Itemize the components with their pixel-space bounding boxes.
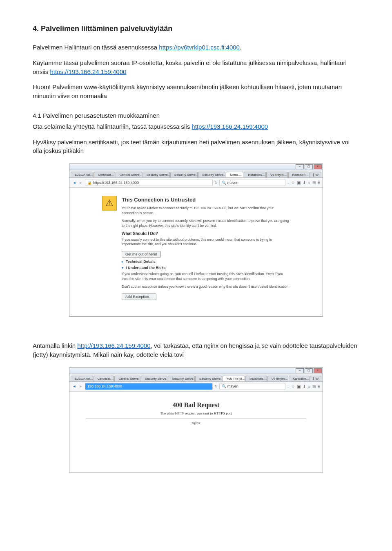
browser-tab-active[interactable]: 400 The pl… (223, 376, 245, 381)
browser-tab[interactable]: Security Serve… (141, 376, 168, 381)
browser-tab[interactable]: W (310, 376, 321, 381)
puzzle-icon[interactable]: ⊞ (312, 180, 316, 185)
bookmark-icon[interactable]: ▣ (297, 384, 301, 389)
paragraph: Hyväksy palvelimen sertifikaatti, jos te… (33, 138, 359, 156)
pv6-url-text: https://pv6tvrklp01.csc.fi:4000 (159, 44, 240, 51)
bad-request-title: 400 Bad Request (69, 401, 323, 409)
home-icon[interactable]: ⌂ (308, 384, 310, 389)
paragraph: Palvelimen Hallintaurl on tässä asennuks… (33, 43, 359, 52)
expand-icon[interactable]: ▸ (122, 260, 124, 264)
bookmark-icon[interactable]: ▣ (297, 180, 301, 185)
what-should-i-do-heading: What Should I Do? (122, 231, 290, 236)
paragraph: Ota selaimella yhteyttä hallintaurliin, … (33, 122, 359, 131)
technical-details-toggle[interactable]: Technical Details (126, 260, 156, 264)
browser-tab[interactable]: V6 liittym… (267, 376, 288, 381)
star-icon[interactable]: ☆ (291, 180, 295, 185)
search-bar[interactable]: 🔍maven (219, 179, 285, 186)
browser-tab[interactable]: Instances… (245, 376, 267, 381)
browser-tab[interactable]: Security Serve… (168, 376, 195, 381)
toolbar-icons: ↓ ☆ ▣ ⬇ ⌂ ⊞ ≡ (287, 384, 320, 389)
browser-tab[interactable]: EJBCA Ad… (71, 376, 93, 381)
browser-toolbar: ◄ ► 193.166.24.159:4000 ↻ 🔍maven ↓ ☆ ▣ ⬇… (69, 382, 323, 392)
search-icon: 🔍 (222, 181, 226, 185)
browser-tab[interactable]: Security Serve… (170, 172, 198, 177)
maximize-button[interactable]: ▢ (305, 164, 313, 169)
browser-tab[interactable]: Security Serve… (195, 376, 222, 381)
warning-icon: ⚠ (102, 196, 117, 211)
paragraph: Huom! Palvelimen www-käyttöliittymä käyn… (33, 83, 359, 101)
text: . (240, 44, 241, 51)
browser-tabbar: EJBCA Ad… Certificat… Central Serve… Sec… (69, 170, 323, 178)
browser-tab-active[interactable]: Untru… (226, 172, 243, 177)
browser-tab[interactable]: Central Serve… (114, 376, 140, 381)
text: Palvelimen Hallintaurl on tässä asennuks… (33, 44, 159, 51)
paragraph: Antamalla linkin http://193.166.24.159:4… (33, 341, 359, 359)
menu-icon[interactable]: ≡ (318, 384, 320, 389)
menu-icon[interactable]: ≡ (318, 180, 320, 185)
browser-tab[interactable]: Certificat… (94, 376, 114, 381)
address-bar[interactable]: 🔒https://193.166.24.159:4000 (85, 179, 213, 186)
hallintaurl-link[interactable]: https://193.166.24.159:4000 (50, 68, 127, 75)
download-icon[interactable]: ⬇ (303, 384, 306, 389)
window-titlebar: – ▢ × (69, 368, 323, 374)
browser-tab[interactable]: EJBCA Ad… (71, 172, 94, 177)
back-button[interactable]: ◄ (72, 180, 77, 185)
untrusted-text: If you understand what's going on, you c… (122, 272, 290, 282)
close-button[interactable]: × (314, 368, 322, 373)
home-icon[interactable]: ⌂ (308, 180, 310, 185)
reload-icon[interactable]: ↻ (214, 384, 218, 388)
get-me-out-button[interactable]: Get me out of here! (122, 251, 161, 258)
toolbar-icons: ↓ ☆ ▣ ⬇ ⌂ ⊞ ≡ (287, 180, 320, 185)
http-check-link[interactable]: http://193.166.24.159:4000 (77, 342, 150, 349)
screenshot-bad-request: – ▢ × EJBCA Ad… Certificat… Central Serv… (69, 367, 323, 473)
maximize-button[interactable]: ▢ (305, 368, 313, 373)
browser-tab[interactable]: Security Serve… (198, 172, 225, 177)
untrusted-text: Don't add an exception unless you know t… (122, 284, 290, 289)
lock-icon: 🔒 (87, 181, 92, 185)
puzzle-icon[interactable]: ⊞ (312, 384, 316, 389)
text: Antamalla linkin (33, 342, 77, 349)
server-label: nginx (69, 421, 323, 425)
divider (86, 419, 306, 419)
paragraph: Käytämme tässä palvelimen suoraa IP-osoi… (33, 58, 359, 76)
collapse-icon[interactable]: ▾ (122, 266, 124, 270)
star-icon[interactable]: ☆ (291, 384, 295, 389)
search-bar[interactable]: 🔍maven (219, 383, 285, 390)
untrusted-text: Normally, when you try to connect secure… (122, 219, 290, 228)
browser-tab[interactable]: Security Serve… (143, 172, 170, 177)
address-bar[interactable]: 193.166.24.159:4000 (85, 383, 213, 390)
browser-tab[interactable]: V6 liittym… (266, 172, 288, 177)
hallintaurl-link-2[interactable]: https://193.166.24.159:4000 (192, 123, 268, 130)
browser-tab[interactable]: Central Serve… (116, 172, 142, 177)
forward-button[interactable]: ► (78, 180, 83, 185)
page-content: 400 Bad Request The plain HTTP request w… (69, 392, 323, 473)
minimize-button[interactable]: – (296, 368, 304, 373)
browser-tab[interactable]: Certificat… (94, 172, 115, 177)
forward-button[interactable]: ► (78, 384, 83, 389)
browser-tabbar: EJBCA Ad… Certificat… Central Serve… Sec… (69, 374, 323, 382)
back-button[interactable]: ◄ (72, 384, 77, 389)
browser-tab[interactable]: W (310, 172, 321, 177)
reload-icon[interactable]: ↻ (214, 181, 218, 185)
browser-tab[interactable]: Kansallin… (288, 172, 310, 177)
download-icon[interactable]: ↓ (287, 180, 289, 185)
text: Ota selaimella yhteyttä hallintaurliin, … (33, 123, 192, 130)
close-button[interactable]: × (314, 164, 322, 169)
download-icon[interactable]: ↓ (287, 384, 289, 389)
subsection-heading: 4.1 Palvelimen perusasetusten muokkaamin… (33, 112, 359, 119)
browser-toolbar: ◄ ► 🔒https://193.166.24.159:4000 ↻ 🔍mave… (69, 178, 323, 188)
bad-request-message: The plain HTTP request was sent to HTTPS… (69, 411, 323, 415)
add-exception-button[interactable]: Add Exception… (122, 293, 156, 300)
understand-risks-toggle[interactable]: I Understand the Risks (126, 266, 166, 270)
screenshot-untrusted-connection: – ▢ × EJBCA Ad… Certificat… Central Serv… (69, 164, 323, 317)
browser-tab[interactable]: Kansallin… (289, 376, 310, 381)
search-icon: 🔍 (222, 384, 226, 388)
minimize-button[interactable]: – (296, 164, 304, 169)
browser-tab[interactable]: Instances… (244, 172, 266, 177)
window-titlebar: – ▢ × (69, 164, 323, 170)
section-heading: 4. Palvelimen liittäminen palveluväylään (33, 25, 359, 33)
page-content: ⚠ This Connection is Untrusted You have … (69, 188, 323, 316)
download-icon[interactable]: ⬇ (303, 180, 306, 185)
untrusted-title: This Connection is Untrusted (122, 197, 290, 203)
untrusted-text: If you usually connect to this site with… (122, 237, 290, 247)
